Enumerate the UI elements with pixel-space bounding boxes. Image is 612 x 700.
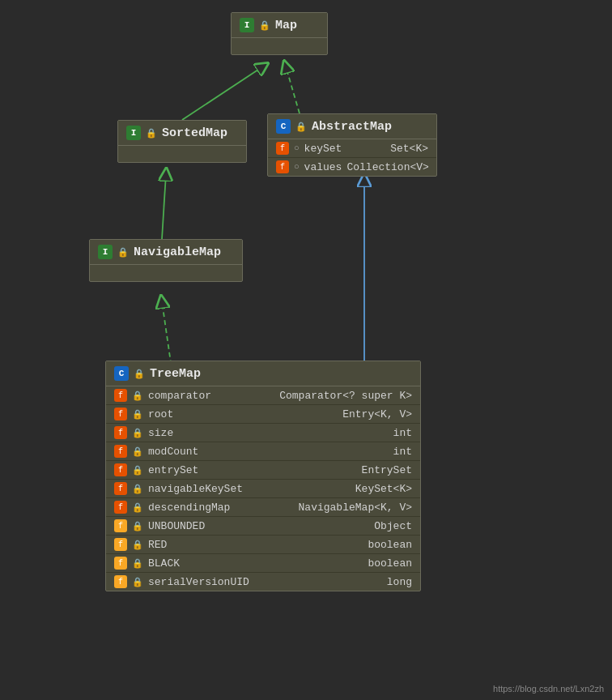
treemap-name: TreeMap [150, 367, 201, 381]
svg-line-5 [286, 66, 300, 113]
tf-name-7: UNBOUNDED [148, 520, 205, 532]
treemap-row-black: f 🔒 BLACK boolean [106, 554, 420, 573]
abstractmap-class-box: C 🔒 AbstractMap f ○ keySet Set<K> f ○ va… [267, 113, 437, 177]
tf-lock-3: 🔒 [132, 446, 143, 457]
tf-type-9: boolean [368, 557, 412, 570]
tf-icon-4: f [114, 463, 127, 476]
abstractmap-lock-icon: 🔒 [295, 122, 307, 132]
field-lock-0: ○ [294, 143, 300, 153]
arrows-svg [0, 0, 612, 700]
sortedmap-body [118, 146, 246, 162]
sortedmap-lock-icon: 🔒 [146, 128, 157, 139]
tf-lock-9: 🔒 [132, 558, 143, 569]
map-name: Map [275, 19, 297, 32]
tf-type-0: Comparator<? super K> [279, 390, 412, 402]
tf-name-6: descendingMap [148, 502, 230, 514]
abstractmap-badge: C [276, 119, 291, 134]
tf-lock-7: 🔒 [132, 521, 143, 531]
navigablemap-header: I 🔒 NavigableMap [90, 240, 242, 265]
tf-icon-6: f [114, 501, 127, 514]
treemap-row-descendingmap: f 🔒 descendingMap NavigableMap<K, V> [106, 498, 420, 517]
treemap-row-entryset: f 🔒 entrySet EntrySet [106, 461, 420, 480]
treemap-row-navigablekeyset: f 🔒 navigableKeySet KeySet<K> [106, 480, 420, 498]
tf-icon-5: f [114, 482, 127, 495]
tf-lock-10: 🔒 [132, 577, 143, 587]
field-icon-0: f [276, 142, 289, 155]
tf-type-7: Object [374, 520, 412, 532]
treemap-row-comparator: f 🔒 comparator Comparator<? super K> [106, 386, 420, 405]
sortedmap-class-box: I 🔒 SortedMap [117, 120, 247, 163]
tf-name-1: root [148, 408, 173, 420]
tf-type-8: boolean [368, 539, 412, 551]
tf-name-3: modCount [148, 446, 198, 458]
tf-lock-1: 🔒 [132, 409, 143, 420]
tf-type-6: NavigableMap<K, V> [299, 502, 412, 514]
tf-name-8: RED [148, 539, 167, 551]
field-type-1: Collection<V> [346, 161, 428, 173]
sortedmap-header: I 🔒 SortedMap [118, 121, 246, 146]
treemap-body: f 🔒 comparator Comparator<? super K> f 🔒… [106, 386, 420, 591]
tf-lock-8: 🔒 [132, 540, 143, 550]
tf-type-10: long [387, 576, 412, 588]
tf-name-4: entrySet [148, 464, 198, 476]
tf-lock-0: 🔒 [132, 391, 143, 401]
tf-type-2: int [393, 427, 412, 439]
tf-icon-10: f [114, 575, 127, 588]
treemap-class-box: C 🔒 TreeMap f 🔒 comparator Comparator<? … [105, 361, 421, 591]
treemap-lock-icon: 🔒 [134, 369, 145, 379]
tf-type-5: KeySet<K> [355, 483, 412, 495]
abstractmap-header: C 🔒 AbstractMap [268, 114, 436, 139]
navigablemap-body [90, 265, 242, 281]
tf-lock-5: 🔒 [132, 484, 143, 494]
tf-type-3: int [393, 446, 412, 458]
field-type-0: Set<K> [390, 143, 428, 155]
field-name-0: keySet [304, 143, 342, 155]
navigablemap-class-box: I 🔒 NavigableMap [89, 239, 243, 282]
treemap-row-size: f 🔒 size int [106, 424, 420, 442]
navigablemap-badge: I [98, 245, 113, 259]
watermark: https://blog.csdn.net/Lxn2zh [493, 684, 604, 694]
field-name-1: values [304, 161, 342, 173]
navigablemap-name: NavigableMap [134, 245, 221, 259]
treemap-row-serialversionuid: f 🔒 serialVersionUID long [106, 573, 420, 591]
sortedmap-name: SortedMap [162, 126, 227, 140]
map-lock-icon: 🔒 [259, 20, 270, 31]
svg-line-4 [182, 66, 263, 120]
map-class-box: I 🔒 Map [231, 12, 328, 55]
svg-line-6 [162, 174, 166, 239]
abstractmap-name: AbstractMap [312, 120, 392, 134]
treemap-row-unbounded: f 🔒 UNBOUNDED Object [106, 517, 420, 536]
tf-name-9: BLACK [148, 557, 180, 570]
tf-icon-2: f [114, 426, 127, 439]
tf-type-1: Entry<K, V> [342, 408, 412, 420]
tf-name-0: comparator [148, 390, 211, 402]
abstractmap-row-0: f ○ keySet Set<K> [268, 139, 436, 158]
abstractmap-body: f ○ keySet Set<K> f ○ values Collection<… [268, 139, 436, 176]
map-badge: I [240, 18, 254, 32]
diagram-container: I 🔒 Map I 🔒 SortedMap C 🔒 AbstractMap f … [0, 0, 612, 700]
tf-icon-1: f [114, 408, 127, 420]
tf-type-4: EntrySet [362, 464, 412, 476]
sortedmap-badge: I [126, 126, 141, 140]
abstractmap-row-1: f ○ values Collection<V> [268, 158, 436, 176]
tf-name-2: size [148, 427, 173, 439]
tf-name-10: serialVersionUID [148, 576, 249, 588]
tf-lock-2: 🔒 [132, 428, 143, 438]
tf-icon-9: f [114, 557, 127, 570]
tf-lock-4: 🔒 [132, 465, 143, 476]
tf-name-5: navigableKeySet [148, 483, 243, 495]
tf-icon-0: f [114, 389, 127, 402]
treemap-row-red: f 🔒 RED boolean [106, 536, 420, 554]
treemap-row-root: f 🔒 root Entry<K, V> [106, 405, 420, 424]
treemap-badge: C [114, 366, 129, 381]
field-lock-1: ○ [294, 162, 300, 172]
map-body [232, 38, 327, 54]
tf-icon-3: f [114, 445, 127, 458]
treemap-header: C 🔒 TreeMap [106, 361, 420, 386]
tf-icon-8: f [114, 538, 127, 551]
field-icon-1: f [276, 160, 289, 173]
navigablemap-lock-icon: 🔒 [117, 247, 129, 258]
map-header: I 🔒 Map [232, 13, 327, 38]
tf-lock-6: 🔒 [132, 502, 143, 513]
tf-icon-7: f [114, 519, 127, 532]
